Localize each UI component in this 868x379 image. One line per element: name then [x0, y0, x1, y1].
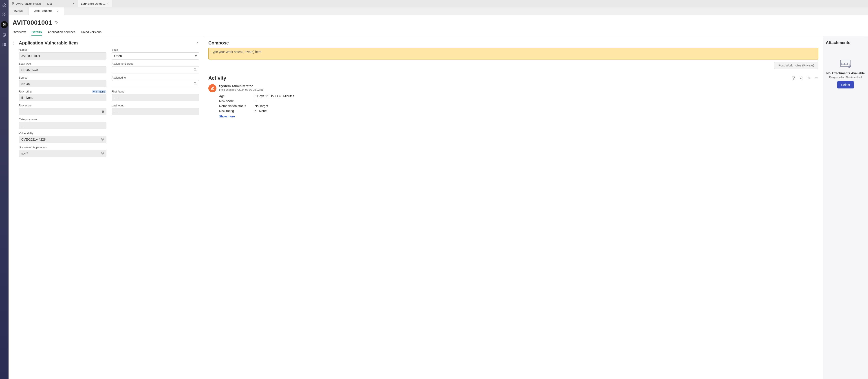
field-label: Risk score	[19, 104, 106, 107]
attachments-empty-icon	[840, 59, 851, 69]
field-last-found: Last found —	[112, 104, 199, 115]
assignment-group-lookup[interactable]	[112, 66, 199, 73]
svg-point-15	[3, 45, 3, 46]
search-icon[interactable]	[193, 68, 197, 72]
main-area: AVI Creation Rules List × Log4Shell Dete…	[8, 0, 868, 379]
svg-point-13	[3, 43, 3, 44]
vulnerability-input[interactable]: CVE-2021-44228	[19, 136, 106, 143]
svg-point-38	[817, 78, 818, 78]
svg-rect-0	[3, 13, 4, 14]
sub-tab-strip: Details AVIT0001001 ×	[8, 7, 868, 15]
discovered-apps-input[interactable]: solr7	[19, 150, 106, 157]
sub-tab-label: Details	[14, 9, 23, 13]
record-title: AVIT0001001	[12, 19, 52, 26]
category-name-input[interactable]: —	[19, 122, 106, 129]
number-input[interactable]: AVIT0001001	[19, 52, 106, 60]
search-icon[interactable]	[800, 76, 803, 81]
compose-block: Compose Type your Work notes (Private) h…	[208, 40, 818, 69]
last-found-input[interactable]: —	[112, 108, 199, 115]
attachments-heading: Attachments	[826, 40, 850, 45]
scan-type-input[interactable]: SBOM-SCA	[19, 66, 106, 73]
svg-line-35	[802, 78, 803, 79]
nav-list-icon[interactable]	[2, 42, 7, 47]
info-icon[interactable]	[101, 152, 104, 155]
tag-icon[interactable]	[54, 21, 58, 25]
field-discovered-applications: Discovered Applications solr7	[19, 146, 106, 157]
info-icon[interactable]	[101, 138, 104, 141]
vulnerability-value: CVE-2021-44228	[21, 138, 45, 141]
svg-point-37	[816, 78, 817, 78]
top-tab-label: AVI Creation Rules	[16, 2, 41, 5]
risk-rating-input[interactable]: 5 - None	[19, 94, 106, 101]
drag-handle-icon[interactable]: ⋮	[12, 41, 15, 45]
attachments-select-button[interactable]: Select	[837, 81, 854, 89]
sort-icon[interactable]	[807, 76, 811, 81]
svg-point-22	[55, 21, 56, 22]
svg-point-23	[194, 68, 196, 70]
filter-icon[interactable]	[792, 76, 796, 81]
source-input[interactable]: SBOM	[19, 80, 106, 87]
form-area: ⋮ Application Vulnerable Item Number AVI…	[8, 36, 204, 379]
svg-rect-41	[841, 63, 844, 65]
field-risk-score: Risk score 0	[19, 104, 106, 115]
activity-heading: Activity	[208, 75, 226, 81]
chevron-up-icon[interactable]	[195, 41, 199, 45]
nav-home-icon[interactable]	[2, 2, 7, 8]
record-nav-overview[interactable]: Overview	[12, 29, 26, 36]
top-tab-list[interactable]: List ×	[44, 0, 78, 7]
work-notes-input[interactable]: Type your Work notes (Private) here	[208, 48, 818, 60]
risk-rating-badge: 5 - None	[92, 90, 106, 93]
nav-apps-icon[interactable]	[2, 12, 7, 17]
record-nav-fixed-versions[interactable]: Fixed versions	[81, 29, 101, 36]
svg-rect-2	[3, 15, 4, 16]
top-tab-label: List	[48, 2, 52, 5]
top-tab-label: Log4Shell Detect...	[81, 2, 106, 5]
close-icon[interactable]: ×	[107, 2, 108, 5]
sub-tab-details[interactable]: Details	[8, 7, 29, 15]
activity-author: System Administrator	[219, 84, 818, 88]
field-assignment-group: Assignment group	[112, 62, 199, 73]
field-label: Category name	[19, 118, 106, 121]
field-label: First found	[112, 90, 199, 93]
svg-rect-42	[845, 63, 847, 65]
record-nav-app-services[interactable]: Application services	[48, 29, 75, 36]
field-number: Number AVIT0001001	[19, 48, 106, 60]
state-value: Open	[114, 54, 122, 58]
state-select[interactable]: Open ▾	[112, 52, 199, 60]
more-icon[interactable]	[815, 76, 818, 81]
field-label: Last found	[112, 104, 199, 107]
field-state: State Open ▾	[112, 48, 199, 60]
top-tab-log4shell[interactable]: Log4Shell Detect... ×	[78, 0, 112, 7]
activity-row: Age3 Days 11 Hours 40 Minutes	[219, 94, 818, 99]
nav-filters-icon[interactable]	[1, 21, 8, 28]
record-nav: Overview Details Application services Fi…	[12, 29, 864, 36]
activity-table: Age3 Days 11 Hours 40 Minutes Risk score…	[219, 94, 818, 114]
first-found-input[interactable]: —	[112, 94, 199, 101]
svg-point-25	[194, 83, 196, 84]
search-icon[interactable]	[193, 82, 197, 86]
svg-line-24	[196, 70, 196, 71]
record-body: ⋮ Application Vulnerable Item Number AVI…	[8, 36, 868, 379]
svg-rect-1	[5, 13, 6, 14]
show-more-link[interactable]: Show more	[219, 115, 818, 118]
field-scan-type: Scan type SBOM-SCA	[19, 62, 106, 73]
nav-inbox-icon[interactable]	[2, 32, 7, 38]
activity-block: Activity System Administrator	[208, 75, 818, 118]
sub-tab-record[interactable]: AVIT0001001 ×	[29, 7, 64, 15]
attachments-empty-sub: Drag or select files to upload	[829, 76, 862, 78]
form-grid: Number AVIT0001001 State Open ▾ Scan typ…	[19, 48, 199, 157]
field-label: Vulnerability	[19, 132, 106, 135]
close-icon[interactable]: ×	[72, 2, 74, 5]
top-tab-strip: AVI Creation Rules List × Log4Shell Dete…	[8, 0, 868, 7]
activity-row: Risk score0	[219, 99, 818, 103]
field-label: Discovered Applications	[19, 146, 106, 149]
top-tab-avi-rules[interactable]: AVI Creation Rules	[8, 0, 44, 7]
record-nav-details[interactable]: Details	[31, 29, 42, 36]
post-work-notes-button[interactable]: Post Work notes (Private)	[774, 62, 818, 69]
activity-tools	[792, 76, 818, 81]
activity-entry: System Administrator Field changes • 202…	[208, 84, 818, 118]
section-title: Application Vulnerable Item	[19, 40, 78, 45]
assigned-to-lookup[interactable]	[112, 80, 199, 87]
risk-score-input[interactable]: 0	[19, 108, 106, 115]
close-icon[interactable]: ×	[57, 9, 58, 13]
